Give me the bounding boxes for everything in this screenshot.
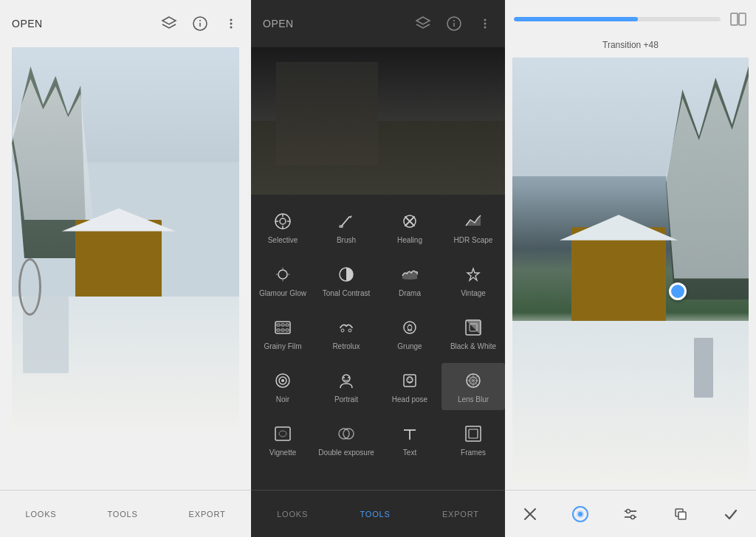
tool-hdr-scape[interactable]: HDR Scape <box>441 204 505 251</box>
progress-bar-container <box>514 17 721 21</box>
more-icon-dark[interactable] <box>477 15 493 32</box>
svg-point-3 <box>230 19 233 21</box>
tools-row-5: Vignette Double exposure <box>251 413 505 466</box>
panel3-photo <box>512 58 749 482</box>
tool-text[interactable]: Text <box>378 416 441 463</box>
info-icon[interactable] <box>192 15 208 32</box>
close-button[interactable] <box>517 501 543 527</box>
tool-selective[interactable]: Selective <box>251 204 315 251</box>
tonal-contrast-icon <box>334 263 358 286</box>
panel3-bottom-toolbar <box>505 490 756 537</box>
svg-point-8 <box>453 20 455 21</box>
panel-1: OPEN <box>0 0 251 537</box>
split-view-icon[interactable] <box>729 10 747 28</box>
double-exposure-label: Double exposure <box>318 448 374 457</box>
panel1-nav-looks[interactable]: LOOKS <box>26 510 57 519</box>
svg-point-18 <box>339 225 343 228</box>
tool-vignette[interactable]: Vignette <box>251 416 315 463</box>
drama-label: Drama <box>399 289 421 298</box>
panel-2: OPEN <box>251 0 505 537</box>
svg-point-5 <box>230 27 233 29</box>
svg-point-10 <box>484 23 487 25</box>
brush-label: Brush <box>337 236 356 245</box>
svg-point-69 <box>631 515 635 519</box>
svg-rect-28 <box>286 329 289 331</box>
tool-portrait[interactable]: Portrait <box>315 363 378 410</box>
tonal-contrast-label: Tonal Contrast <box>323 289 370 298</box>
svg-point-65 <box>578 512 583 516</box>
drama-icon <box>398 263 422 286</box>
tool-frames[interactable]: Frames <box>441 416 505 463</box>
selective-label: Selective <box>268 236 298 245</box>
svg-rect-60 <box>739 13 746 25</box>
tool-double-exposure[interactable]: Double exposure <box>315 416 378 463</box>
info-icon-dark[interactable] <box>446 15 462 32</box>
panel2-open-button[interactable]: OPEN <box>263 18 294 30</box>
panel1-nav-tools[interactable]: TOOLS <box>107 510 137 519</box>
panel1-nav-export[interactable]: EXPORT <box>189 510 226 519</box>
tool-noir[interactable]: Noir <box>251 363 315 410</box>
blue-dot[interactable] <box>669 283 687 300</box>
healing-icon <box>398 209 422 233</box>
panel1-bottom-nav: LOOKS TOOLS EXPORT <box>0 490 251 537</box>
layers-button[interactable] <box>667 501 694 527</box>
panel2-nav-tools[interactable]: TOOLS <box>360 510 390 519</box>
tool-healing[interactable]: Healing <box>378 204 441 251</box>
panel2-header: OPEN <box>251 0 505 47</box>
layers-icon[interactable] <box>161 15 177 32</box>
panel3-top-bar <box>505 0 756 38</box>
svg-point-4 <box>230 23 233 25</box>
portrait-label: Portrait <box>334 395 358 404</box>
panel-3: Transition +48 <box>505 0 756 537</box>
double-exposure-icon <box>334 422 358 446</box>
panel2-nav-looks[interactable]: LOOKS <box>277 510 308 519</box>
svg-point-2 <box>199 20 201 21</box>
selective-icon <box>271 209 295 233</box>
noir-label: Noir <box>276 395 289 404</box>
svg-point-30 <box>348 329 351 332</box>
panel1-photo <box>12 47 239 431</box>
svg-rect-58 <box>469 429 478 438</box>
confirm-button[interactable] <box>718 501 744 527</box>
tool-tonal-contrast[interactable]: Tonal Contrast <box>315 257 378 304</box>
vignette-icon <box>271 422 295 446</box>
tools-row-1: Selective Brush <box>251 201 505 254</box>
tool-lens-blur[interactable]: Lens Blur <box>441 363 505 410</box>
tool-brush[interactable]: Brush <box>315 204 378 251</box>
svg-point-37 <box>281 379 284 382</box>
panel1-open-button[interactable]: OPEN <box>12 18 43 30</box>
healing-label: Healing <box>397 236 422 245</box>
vintage-icon <box>461 263 485 286</box>
svg-point-40 <box>348 377 349 378</box>
hdr-scape-label: HDR Scape <box>454 236 493 245</box>
tool-vintage[interactable]: Vintage <box>441 257 505 304</box>
tool-head-pose[interactable]: Head pose <box>378 363 441 410</box>
tool-drama[interactable]: Drama <box>378 257 441 304</box>
tool-black-white[interactable]: Black & White <box>441 310 505 357</box>
svg-point-20 <box>278 270 287 279</box>
lens-blur-label: Lens Blur <box>458 395 489 404</box>
layers-icon-dark[interactable] <box>415 15 431 32</box>
panel2-nav-export[interactable]: EXPORT <box>442 510 479 519</box>
head-pose-icon <box>398 369 422 392</box>
head-pose-label: Head pose <box>392 395 427 404</box>
tool-glamour-glow[interactable]: Glamour Glow <box>251 257 315 304</box>
tool-retrolux[interactable]: Retrolux <box>315 310 378 357</box>
noir-icon <box>271 369 295 392</box>
more-icon[interactable] <box>223 15 239 32</box>
target-button[interactable] <box>567 501 594 527</box>
tool-grainy-film[interactable]: Grainy Film <box>251 310 315 357</box>
retrolux-icon <box>334 316 358 339</box>
panel1-header: OPEN <box>0 0 251 47</box>
vignette-label: Vignette <box>269 448 297 457</box>
tools-grid: Selective Brush <box>251 195 505 490</box>
retrolux-label: Retrolux <box>332 342 360 351</box>
svg-point-43 <box>408 378 409 380</box>
svg-point-52 <box>279 431 286 437</box>
vintage-label: Vintage <box>461 289 486 298</box>
panel3-image-area <box>505 55 756 490</box>
panel1-header-icons <box>161 15 239 32</box>
tool-grunge[interactable]: Grunge <box>378 310 441 357</box>
brush-icon <box>334 209 358 233</box>
sliders-button[interactable] <box>617 501 644 527</box>
